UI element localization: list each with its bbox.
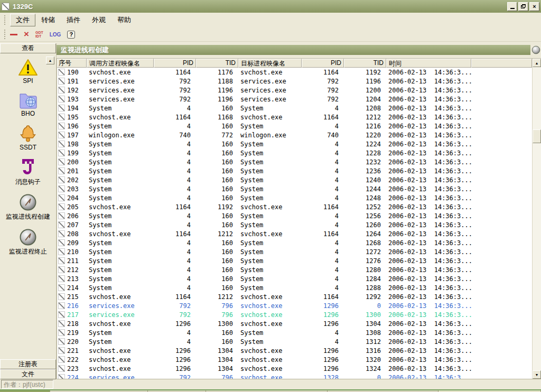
scrollbar-track[interactable] [533,67,541,370]
file-button[interactable]: 文件 [0,369,56,379]
cell-target-image: svchost.exe [238,293,302,301]
table-row[interactable]: 215svchost.exe11641212svchost.exe1164129… [57,292,532,301]
table-row[interactable]: 211System4160System412762006-02-13 14:36… [57,256,532,265]
table-row[interactable]: 202System4160System412402006-02-13 14:36… [57,175,532,184]
cell-time: 2006-02-13 14:36:3... [386,266,471,274]
panel-title: 监视进线程创建 [57,45,530,55]
sidebar-item-monitor-process-kill[interactable]: 监视进程终止 [9,228,47,256]
scrollbar-thumb[interactable] [533,129,541,143]
table-row[interactable]: 196System4160System412162006-02-13 14:36… [57,122,532,130]
terminate-button[interactable]: × [24,31,29,38]
cell-index: 206 [57,212,87,220]
column-header-target-image[interactable]: 目标进程映像名 [238,59,302,68]
table-row[interactable]: 220System4160System413122006-02-13 14:36… [57,337,532,346]
column-header-caller-tid[interactable]: TID [196,59,238,68]
sidebar-scroll-up-button[interactable]: ▲ [46,57,54,64]
sidebar-item-monitor-thread-create[interactable]: 监视进线程创建 [6,193,50,221]
table-row[interactable]: 203System4160System412442006-02-13 14:36… [57,184,532,193]
table-row[interactable]: 221svchost.exe12961304svchost.exe1296131… [57,346,532,355]
table-row[interactable]: 208svchost.exe11641212svchost.exe1164126… [57,229,532,238]
menu-item-file[interactable]: 文件 [10,14,35,26]
menu-item-help[interactable]: 帮助 [111,14,137,26]
cell-time: 2006-02-13 14:36:3... [386,150,471,157]
table-row[interactable]: 206System4160System412562006-02-13 14:36… [57,211,532,220]
minimize-button[interactable] [507,2,517,11]
column-header-time[interactable]: 时间 [386,59,471,68]
table-row[interactable]: 217services.exe792796svchost.exe12961300… [57,310,532,319]
cell-caller-tid: 1304 [196,356,238,363]
table-row[interactable]: 191services.exe7921188services.exe792119… [57,77,532,86]
cell-target-tid: 1272 [344,248,386,256]
table-row[interactable]: 207System4160System412602006-02-13 14:36… [57,220,532,229]
column-header-target-tid[interactable]: TID [344,59,386,68]
column-header-caller-image[interactable]: 调用方进程映像名 [87,59,154,68]
table-row[interactable]: 199System4160System412282006-02-13 14:36… [57,148,532,157]
restore-button[interactable] [518,2,528,11]
cell-caller-tid: 160 [196,158,238,166]
pen-icon [58,114,65,120]
table-row[interactable]: 197winlogon.exe740772winlogon.exe7401220… [57,130,532,139]
table-row[interactable]: 212System4160System412802006-02-13 14:36… [57,265,532,274]
table-row[interactable]: 192services.exe7921196services.exe792120… [57,86,532,95]
table-row[interactable]: 205svchost.exe11641192svchost.exe1164125… [57,202,532,211]
table-row[interactable]: 198System4160System412242006-02-13 14:36… [57,139,532,148]
scroll-up-button[interactable]: ▲ [533,59,541,67]
table-row[interactable]: 216services.exe792796svchost.exe12960200… [57,301,532,310]
view-button[interactable]: 查看 [0,43,56,53]
scroll-down-button[interactable]: ▼ [533,370,541,379]
log-button[interactable]: LOG [50,32,61,38]
cell-target-image: System [238,212,302,220]
table-row[interactable]: 195svchost.exe11641168svchost.exe1164121… [57,113,532,122]
menu-gripper[interactable] [4,15,6,25]
registry-button[interactable]: 注册表 [0,359,56,369]
table-row[interactable]: 219System4160System413082006-02-13 14:36… [57,328,532,337]
menu-item-plugin[interactable]: 插件 [61,14,86,26]
cell-target-image: System [238,167,302,175]
row-number: 218 [67,320,79,328]
table-row[interactable]: 218svchost.exe12961300svchost.exe1296130… [57,319,532,328]
table-row[interactable]: 209System4160System412682006-02-13 14:36… [57,238,532,247]
column-header-caller-pid[interactable]: PID [154,59,196,68]
table-row[interactable]: 204System4160System412482006-02-13 14:36… [57,193,532,202]
sidebar-item-message-hook[interactable]: 消息钩子 [15,158,41,186]
cell-time: 2006-02-13 14:36:3... [386,221,471,229]
cell-target-tid: 1240 [344,176,386,184]
cell-target-pid: 792 [302,96,344,103]
sidebar-bottom-buttons: 注册表 文件 [0,359,56,379]
menu-item-appearance[interactable]: 外观 [86,14,111,26]
cell-time: 2006-02-13 14:36:3... [386,239,471,247]
cell-target-image: services.exe [238,87,302,94]
sidebar-item-bho[interactable]: BHO [18,91,38,117]
cell-index: 201 [57,167,87,175]
toolbar-gripper[interactable] [4,30,6,39]
panel-sphere-button[interactable] [530,45,541,54]
row-number: 203 [67,185,79,193]
table-row[interactable]: 193services.exe7921196services.exe792120… [57,95,532,104]
cell-caller-tid: 1196 [196,87,238,94]
menu-item-dump[interactable]: 转储 [35,14,61,26]
cell-target-pid: 1164 [302,69,344,76]
table-row[interactable]: 224services.exe792796svchost.exe13280200… [57,373,532,379]
table-row[interactable]: 214System4160System412882006-02-13 14:36… [57,283,532,292]
cell-caller-pid: 4 [154,105,196,112]
table-row[interactable]: 222svchost.exe12961304svchost.exe1296132… [57,355,532,364]
table-row[interactable]: 210System4160System412722006-02-13 14:36… [57,247,532,256]
log-icon: LOG [50,32,61,38]
table-row[interactable]: 194System4160System412082006-02-13 14:36… [57,104,532,113]
column-header-index[interactable]: 序号 [57,59,87,68]
vertical-scrollbar[interactable]: ▲ ▼ [532,59,541,379]
table-row[interactable]: 213System4160System412842006-02-13 14:36… [57,274,532,283]
close-button[interactable]: × [529,2,539,11]
remove-button[interactable] [10,34,17,35]
table-row[interactable]: 223svchost.exe12961304svchost.exe1296132… [57,364,532,373]
sidebar-item-ssdt[interactable]: SSDT [18,124,38,151]
table-row[interactable]: 200System4160System412322006-02-13 14:36… [57,157,532,166]
cell-caller-tid: 796 [196,302,238,310]
column-header-target-pid[interactable]: PID [302,59,344,68]
table-row[interactable]: 201System4160System412362006-02-13 14:36… [57,166,532,175]
table-row[interactable]: 190svchost.exe11641176svchost.exe1164119… [57,68,532,77]
cell-caller-tid: 1176 [196,69,238,76]
help-button[interactable]: ? [67,31,75,39]
sidebar-item-spi[interactable]: SPI [18,59,38,85]
gdt-idt-button[interactable]: GDTIDT [35,31,43,38]
